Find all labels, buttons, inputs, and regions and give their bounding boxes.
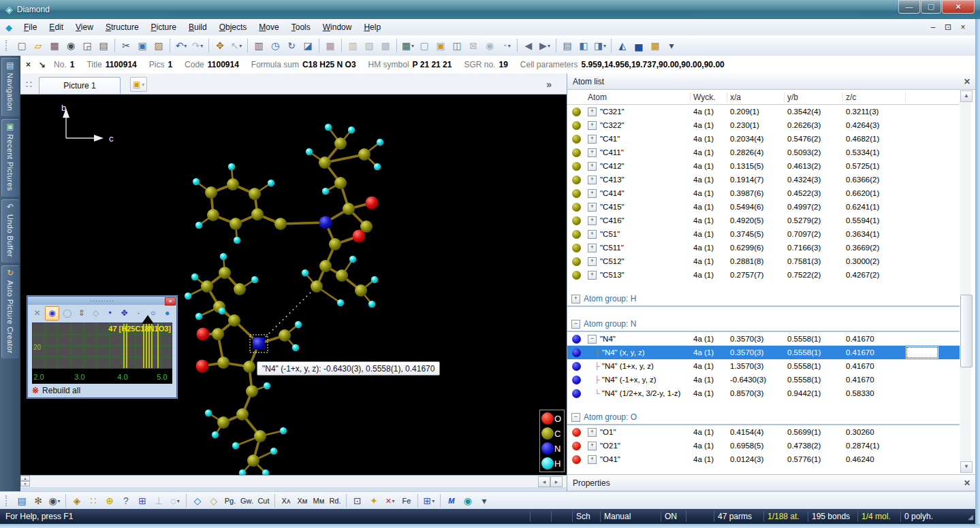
tool-diamond-frame-icon[interactable]: ◇ <box>89 307 102 320</box>
menu-tools[interactable]: Tools <box>285 20 317 35</box>
table-row[interactable]: ├"N4" (-1+x, y, z)4a (1)-0.6430(3)0.5558… <box>567 373 960 386</box>
fe-atom-button[interactable]: Fe <box>399 493 414 508</box>
table-row[interactable]: +"O1"4a (1)0.4154(4)0.5699(1)0.30260 <box>567 425 960 439</box>
split-view-right-icon[interactable]: ◨▾ <box>592 38 607 53</box>
table-row[interactable]: +"C511"4a (1)0.6299(6)0.7166(3)0.3669(2) <box>567 241 960 254</box>
properties-sheet-icon[interactable]: ▤ <box>14 493 29 508</box>
xm-label-button[interactable]: Xᴍ <box>295 493 310 508</box>
report-view-icon[interactable]: ▤ <box>560 38 575 53</box>
mdi-close-button[interactable]: × <box>958 22 968 32</box>
table-row[interactable]: +"C411"4a (1)0.2826(4)0.5093(2)0.5334(1) <box>567 146 960 159</box>
mdi-restore-button[interactable]: ⊡ <box>943 22 953 32</box>
menu-window[interactable]: Window <box>317 20 358 35</box>
toolbar-overflow-icon[interactable]: ▾ <box>664 38 679 53</box>
menu-build[interactable]: Build <box>183 20 213 35</box>
sidebar-tab-recent-pictures[interactable]: ▣Recent Pictures <box>1 119 19 197</box>
column-header[interactable]: z/c <box>843 93 906 102</box>
sidebar-tab-navigation[interactable]: ▤Navigation <box>1 58 19 116</box>
atom-list-close-icon[interactable]: ✕ <box>964 77 970 86</box>
grow-gw-button[interactable]: Gw. <box>239 493 255 508</box>
sidebar-tab-undo-buffer[interactable]: ↶Undo Buffer <box>1 199 19 263</box>
polyhedron-yellow-icon[interactable]: ◇ <box>206 493 221 508</box>
mdi-minimize-button[interactable]: – <box>928 22 938 32</box>
copy-picture-icon[interactable]: ◫ <box>449 38 464 53</box>
tool-target-circle-icon[interactable]: ◯ <box>61 307 74 320</box>
new-picture-tab-button[interactable]: ▣ ▾ <box>130 77 147 92</box>
table-row[interactable]: +"C512"4a (1)0.2881(8)0.7581(3)0.3000(2) <box>567 254 960 268</box>
print-preview-icon[interactable]: ◲ <box>80 38 95 53</box>
atom-group-header[interactable]: −Atom group: O <box>567 410 960 425</box>
rebuild-all-button[interactable]: ※ Rebuild all <box>32 385 80 396</box>
prev-picture-icon[interactable]: ◀ <box>521 38 536 53</box>
table-row[interactable]: +"C41"4a (1)0.2034(4)0.5476(2)0.4682(1) <box>567 132 960 146</box>
new-document-icon[interactable]: ▢ <box>14 38 29 53</box>
resize-grip-icon[interactable]: ◢ <box>968 513 975 521</box>
table-row[interactable]: +"C416"4a (1)0.4920(5)0.5279(2)0.5594(1) <box>567 214 960 227</box>
atom-question-icon[interactable]: ? <box>118 493 133 508</box>
picture-search-icon[interactable]: ◉▾ <box>47 493 62 508</box>
table-row[interactable]: +"C413"4a (1)0.1914(7)0.4324(3)0.6366(2) <box>567 173 960 186</box>
column-header[interactable]: Atom <box>585 93 691 102</box>
blank-picture-icon[interactable]: ▢ <box>417 38 432 53</box>
table-row[interactable]: ├"N4" (1+x, y, z)4a (1)1.3570(3)0.5558(1… <box>567 359 960 373</box>
mm-label-button[interactable]: Mᴍ <box>311 493 326 508</box>
polyhedron-blue-icon[interactable]: ◇ <box>190 493 205 508</box>
table-row[interactable]: +"C321"4a (1)0.209(1)0.3542(4)0.3211(3) <box>567 105 960 118</box>
coordination-sphere-icon[interactable]: ◌▾ <box>168 493 183 508</box>
scroll-left-button[interactable]: ◂ <box>538 476 550 487</box>
table-row[interactable]: +"C414"4a (1)0.3987(6)0.4522(3)0.6620(1) <box>567 186 960 200</box>
menu-structure[interactable]: Structure <box>99 20 145 35</box>
undo-buffer-pane-icon[interactable]: ↻ <box>284 38 299 53</box>
menu-file[interactable]: File <box>18 20 43 35</box>
cut-label-button[interactable]: Cut <box>256 493 271 508</box>
menu-picture[interactable]: Picture <box>145 20 183 35</box>
grid-view-icon[interactable]: ▦▾ <box>400 38 415 53</box>
data-sheet-icon[interactable]: ▦ <box>648 38 663 53</box>
scroll-up-button[interactable]: ▲ <box>960 90 973 102</box>
palette-title-bar[interactable]: ········· × <box>28 297 176 305</box>
table-row[interactable]: +"C415"4a (1)0.5494(6)0.4997(2)0.6241(1) <box>567 200 960 214</box>
drag-grip-icon[interactable]: ········· <box>90 299 114 303</box>
print-icon[interactable]: ▤ <box>96 38 111 53</box>
copy-icon[interactable]: ▣ <box>135 38 150 53</box>
axes-star-icon[interactable]: ✦ <box>366 493 381 508</box>
tab-overflow-chevron[interactable]: » <box>546 79 552 90</box>
packing-pg-button[interactable]: Pg. <box>223 493 238 508</box>
scroll-down-button[interactable]: ▼ <box>960 461 973 473</box>
navigation-pane-icon[interactable]: ▥ <box>251 38 266 53</box>
fill-unit-cell-icon[interactable]: ◈ <box>69 493 84 508</box>
unit-cell-box-icon[interactable]: ⊡ <box>350 493 365 508</box>
table-row-selected[interactable]: ├"N4" (x, y, z)4a (1)0.3570(3)0.5558(1)0… <box>567 346 960 359</box>
table-row[interactable]: └"N4" (1/2+x, 3/2-y, 1-z)4a (1)0.8570(3)… <box>567 386 960 400</box>
table-row[interactable]: +"C513"4a (1)0.2757(7)0.7522(2)0.4267(2) <box>567 268 960 282</box>
measure-m-button[interactable]: M <box>444 493 459 508</box>
table-row[interactable]: +"O41"4a (1)0.0124(3)0.5776(1)0.46240 <box>567 452 960 466</box>
atom-group-header[interactable]: −Atom group: N <box>567 317 960 332</box>
distance-plot-icon[interactable]: ◭ <box>615 38 630 53</box>
tool-sphere-icon[interactable]: ● <box>161 307 174 320</box>
table-row[interactable]: +"C412"4a (1)0.1315(5)0.4613(2)0.5725(1) <box>567 159 960 173</box>
table-row[interactable]: +"C322"4a (1)0.230(1)0.2626(3)0.4264(3) <box>567 118 960 132</box>
save-icon[interactable]: ▦ <box>47 38 62 53</box>
table-row[interactable]: +"O21"4a (1)0.6958(5)0.4738(2)0.2874(1) <box>567 439 960 452</box>
histogram-marker-icon[interactable] <box>142 315 154 324</box>
render-sphere-icon[interactable]: ◉ <box>460 493 475 508</box>
tool-move-4way-icon[interactable]: ✥ <box>118 307 131 320</box>
paste-icon[interactable]: ▨ <box>151 38 166 53</box>
menu-help[interactable]: Help <box>358 20 387 35</box>
menu-view[interactable]: View <box>69 20 99 35</box>
center-view-icon[interactable]: ⊞▾ <box>422 493 437 508</box>
new-picture-icon[interactable]: ▣ <box>433 38 448 53</box>
tracking-palette-window[interactable]: ········· × ✕◉◯⇕◇•✥·○● 2.03.04.05.047 [H… <box>27 296 177 398</box>
tab-grid-icon[interactable]: ∷ <box>26 79 32 90</box>
menu-objects[interactable]: Objects <box>213 20 253 35</box>
find-binoculars-icon[interactable]: ◉ <box>63 38 78 53</box>
add-atom-icon[interactable]: ⊕ <box>102 493 117 508</box>
add-atoms-group-icon[interactable]: ∷ <box>86 493 101 508</box>
atom-group-header[interactable]: +Atom group: H <box>567 292 960 307</box>
table-row[interactable]: +"C51"4a (1)0.3745(5)0.7097(2)0.3634(1) <box>567 227 960 241</box>
scroll-right-button[interactable]: ▸ <box>550 476 563 487</box>
split-view-left-icon[interactable]: ◧ <box>576 38 591 53</box>
atom-list-scrollbar[interactable]: ▲ ▼ <box>960 90 971 473</box>
palette-close-button[interactable]: × <box>165 297 176 306</box>
